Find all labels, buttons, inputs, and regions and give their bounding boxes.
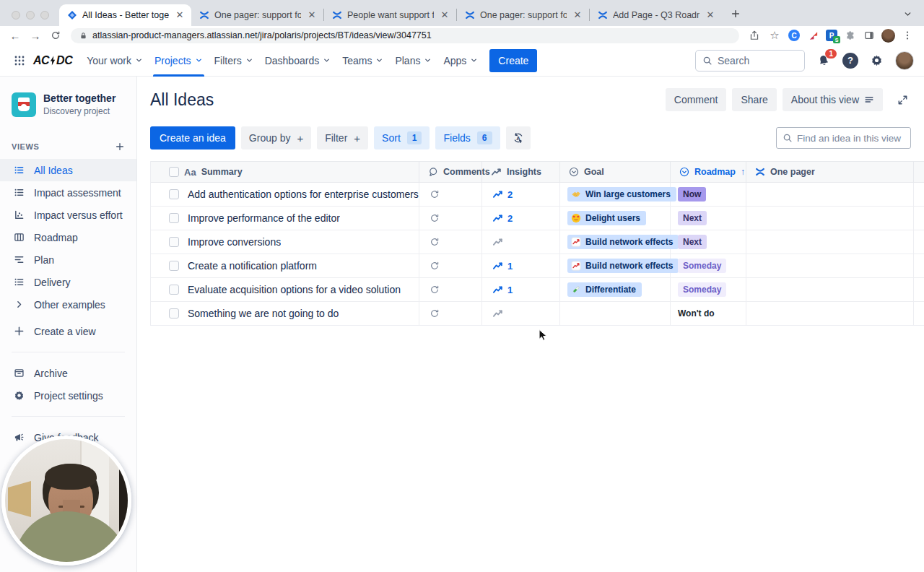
one-pager-cell[interactable] bbox=[746, 278, 914, 301]
row-checkbox[interactable] bbox=[169, 261, 179, 271]
goal-chip[interactable]: Delight users bbox=[567, 211, 646, 225]
nav-filters[interactable]: Filters bbox=[210, 45, 258, 77]
extension-arrows-icon[interactable] bbox=[804, 27, 821, 43]
extension-c-icon[interactable]: C bbox=[785, 27, 803, 43]
idea-summary[interactable]: Improve performance of the editor bbox=[188, 212, 340, 224]
sidebar-view-all-ideas[interactable]: All Ideas bbox=[0, 159, 136, 181]
reload-icon[interactable] bbox=[46, 27, 65, 43]
help-icon[interactable]: ? bbox=[842, 53, 858, 69]
idea-summary[interactable]: Improve conversions bbox=[188, 236, 281, 248]
sidebar-view-impact-versus-effort[interactable]: Impact versus effort bbox=[0, 204, 136, 226]
idea-summary[interactable]: Evaluate acquisition options for a video… bbox=[188, 284, 401, 295]
one-pager-cell[interactable] bbox=[746, 207, 914, 230]
row-checkbox[interactable] bbox=[169, 237, 179, 247]
site-logo[interactable]: AC DC bbox=[33, 54, 72, 67]
comment-loop-icon[interactable] bbox=[430, 213, 440, 223]
browser-tab[interactable]: Add Page - Q3 Roadmap - Tan ✕ bbox=[590, 4, 722, 26]
settings-gear-icon[interactable] bbox=[871, 54, 883, 66]
group-by-button[interactable]: Group by+ bbox=[241, 126, 311, 150]
nav-plans[interactable]: Plans bbox=[391, 45, 436, 77]
global-search-input[interactable] bbox=[718, 55, 790, 66]
fullscreen-expand-icon[interactable] bbox=[894, 92, 911, 108]
comment-button[interactable]: Comment bbox=[666, 88, 727, 111]
zoom-window-button[interactable] bbox=[40, 11, 49, 20]
table-row[interactable]: Improve conversions Build network effect… bbox=[151, 230, 924, 254]
tab-close-icon[interactable]: ✕ bbox=[439, 9, 450, 21]
sidebar-view-other-examples[interactable]: Other examples bbox=[0, 293, 136, 316]
idea-summary[interactable]: Something we are not going to do bbox=[188, 308, 339, 319]
add-view-icon[interactable] bbox=[115, 142, 125, 152]
one-pager-cell[interactable] bbox=[746, 254, 914, 277]
about-this-view-button[interactable]: About this view bbox=[783, 88, 883, 111]
sidebar-view-plan[interactable]: Plan bbox=[0, 248, 136, 271]
tab-close-icon[interactable]: ✕ bbox=[174, 9, 186, 21]
roadmap-chip[interactable]: Someday bbox=[678, 282, 726, 297]
goal-chip[interactable]: Build network effects bbox=[567, 235, 679, 249]
row-checkbox[interactable] bbox=[169, 285, 179, 295]
close-window-button[interactable] bbox=[12, 11, 20, 20]
extension-ps-icon[interactable]: PS bbox=[823, 27, 840, 43]
comment-loop-icon[interactable] bbox=[430, 308, 440, 318]
roadmap-chip[interactable]: Someday bbox=[678, 259, 726, 273]
app-switcher-icon[interactable] bbox=[9, 50, 30, 72]
idea-summary[interactable]: Create a notification platform bbox=[188, 260, 317, 272]
lock-icon[interactable] bbox=[79, 32, 87, 40]
notifications-bell-icon[interactable]: 1 bbox=[817, 54, 830, 67]
table-row[interactable]: Something we are not going to do Won't d… bbox=[151, 302, 924, 326]
row-checkbox[interactable] bbox=[169, 308, 179, 318]
sidebar-view-roadmap[interactable]: Roadmap bbox=[0, 226, 136, 248]
side-panel-icon[interactable] bbox=[860, 27, 878, 43]
project-header[interactable]: Better together Discovery project bbox=[0, 92, 136, 117]
profile-avatar[interactable] bbox=[879, 27, 897, 43]
tab-close-icon[interactable]: ✕ bbox=[705, 9, 716, 21]
new-tab-button[interactable] bbox=[726, 4, 745, 23]
roadmap-chip[interactable]: Next bbox=[678, 235, 707, 249]
tab-close-icon[interactable]: ✕ bbox=[572, 9, 583, 21]
select-all-checkbox[interactable] bbox=[169, 167, 179, 177]
goal-chip[interactable]: Win large customers bbox=[567, 187, 676, 202]
comment-loop-icon[interactable] bbox=[430, 261, 440, 271]
nav-your-work[interactable]: Your work bbox=[82, 45, 147, 77]
column-header-one-pager[interactable]: One pager bbox=[746, 162, 914, 182]
filter-button[interactable]: Filter+ bbox=[317, 126, 368, 150]
forward-icon[interactable]: → bbox=[26, 27, 45, 43]
goal-chip[interactable]: Build network effects bbox=[567, 259, 679, 273]
table-row[interactable]: Improve performance of the editor 2 Deli… bbox=[151, 207, 924, 230]
table-row[interactable]: Add authentication options for enterpris… bbox=[151, 183, 924, 207]
sidebar-view-impact-assessment[interactable]: Impact assessment bbox=[0, 181, 136, 204]
nav-teams[interactable]: Teams bbox=[338, 45, 388, 77]
row-checkbox[interactable] bbox=[169, 213, 179, 223]
column-header-summary[interactable]: Aa Summary bbox=[151, 162, 419, 182]
find-idea-search[interactable] bbox=[776, 127, 911, 149]
address-bar[interactable]: atlassian-product-managers.atlassian.net… bbox=[71, 28, 739, 43]
fields-button[interactable]: Fields6 bbox=[435, 126, 500, 150]
create-an-idea-button[interactable]: Create an idea bbox=[150, 126, 235, 150]
user-avatar[interactable] bbox=[895, 51, 914, 70]
browser-menu-icon[interactable] bbox=[898, 27, 917, 43]
roadmap-chip[interactable]: Now bbox=[678, 187, 706, 202]
sort-button[interactable]: Sort1 bbox=[374, 126, 430, 150]
sidebar-project-settings[interactable]: Project settings bbox=[0, 384, 136, 407]
table-row[interactable]: Evaluate acquisition options for a video… bbox=[151, 278, 924, 302]
one-pager-cell[interactable] bbox=[746, 302, 914, 325]
global-search[interactable] bbox=[695, 50, 805, 72]
column-header-goal[interactable]: Goal bbox=[560, 162, 671, 182]
share-icon[interactable] bbox=[745, 27, 764, 43]
roadmap-chip[interactable]: Won't do bbox=[678, 306, 715, 321]
bookmark-star-icon[interactable]: ☆ bbox=[765, 27, 784, 43]
auto-format-button[interactable]: A bbox=[506, 126, 531, 150]
column-header-comments[interactable]: Comments bbox=[419, 162, 482, 182]
browser-tab[interactable]: One pager: support for the Fre ✕ bbox=[457, 4, 589, 26]
minimize-window-button[interactable] bbox=[26, 11, 35, 20]
extensions-puzzle-icon[interactable] bbox=[842, 27, 859, 43]
tab-close-icon[interactable]: ✕ bbox=[306, 9, 318, 21]
browser-tab[interactable]: People want support for the Fr ✕ bbox=[324, 4, 456, 26]
tab-list-chevron-icon[interactable] bbox=[903, 9, 912, 19]
browser-tab[interactable]: All Ideas - Better together - Jir ✕ bbox=[59, 4, 191, 26]
share-button[interactable]: Share bbox=[732, 88, 776, 111]
find-idea-input[interactable] bbox=[797, 133, 905, 144]
table-row[interactable]: Create a notification platform 1 Build n… bbox=[151, 254, 924, 278]
comment-loop-icon[interactable] bbox=[430, 189, 440, 199]
comment-loop-icon[interactable] bbox=[430, 285, 440, 295]
nav-apps[interactable]: Apps bbox=[439, 45, 482, 77]
